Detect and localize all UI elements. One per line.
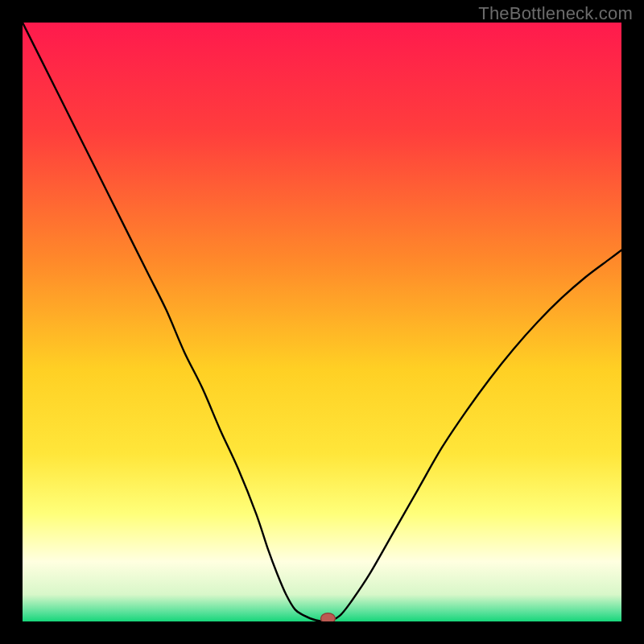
chart-svg	[23, 23, 621, 621]
chart-background	[23, 23, 621, 621]
chart-frame: { "watermark": "TheBottleneck.com", "col…	[0, 0, 644, 644]
minimum-marker	[321, 613, 336, 621]
chart-plot-area	[23, 23, 621, 621]
watermark-text: TheBottleneck.com	[478, 3, 633, 24]
